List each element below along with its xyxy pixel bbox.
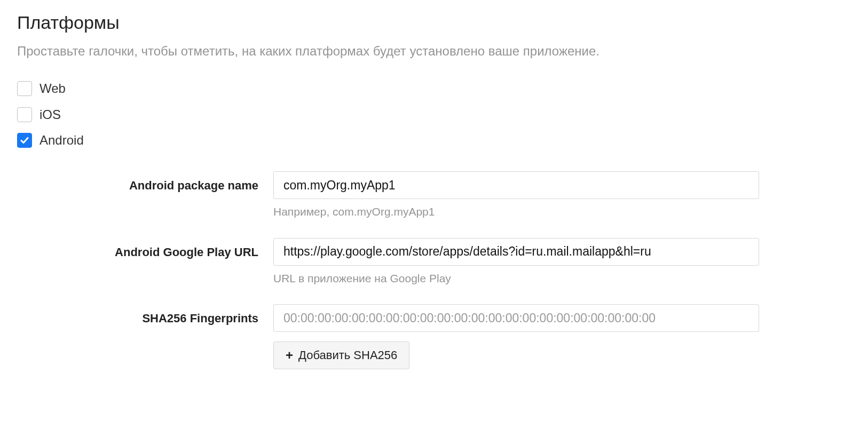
android-package-name-hint: Например, com.myOrg.myApp1 bbox=[273, 204, 759, 219]
android-play-url-input[interactable] bbox=[273, 238, 759, 266]
android-package-name-label: Android package name bbox=[17, 171, 273, 194]
android-package-name-input[interactable] bbox=[273, 171, 759, 199]
platform-ios-checkbox[interactable] bbox=[17, 107, 32, 122]
sha256-input[interactable] bbox=[273, 304, 759, 332]
platform-checkbox-list: Web iOS Android bbox=[17, 80, 851, 149]
android-play-url-hint: URL в приложение на Google Play bbox=[273, 271, 759, 286]
check-icon bbox=[20, 136, 29, 145]
section-description: Проставьте галочки, чтобы отметить, на к… bbox=[17, 43, 851, 60]
platform-ios-label: iOS bbox=[40, 106, 61, 123]
plus-icon: + bbox=[286, 349, 293, 362]
platform-android-label: Android bbox=[40, 132, 84, 149]
platform-web-label: Web bbox=[40, 80, 66, 97]
platform-web-row: Web bbox=[17, 80, 851, 97]
section-title: Платформы bbox=[17, 11, 851, 35]
platform-android-row: Android bbox=[17, 132, 851, 149]
sha256-row: SHA256 Fingerprints + Добавить SHA256 bbox=[17, 304, 851, 369]
android-package-name-row: Android package name Например, com.myOrg… bbox=[17, 171, 851, 219]
platform-web-checkbox[interactable] bbox=[17, 81, 32, 96]
sha256-label: SHA256 Fingerprints bbox=[17, 304, 273, 327]
add-sha256-button-label: Добавить SHA256 bbox=[298, 348, 397, 362]
add-sha256-button[interactable]: + Добавить SHA256 bbox=[273, 341, 409, 369]
platform-ios-row: iOS bbox=[17, 106, 851, 123]
platform-android-checkbox[interactable] bbox=[17, 133, 32, 148]
android-play-url-row: Android Google Play URL URL в приложение… bbox=[17, 238, 851, 286]
android-play-url-label: Android Google Play URL bbox=[17, 238, 273, 260]
